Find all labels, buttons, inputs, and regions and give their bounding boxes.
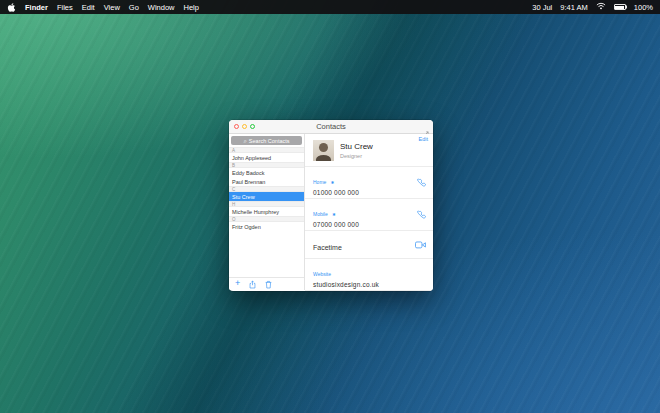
search-input[interactable]: ⌕ Search Contacts [231,136,302,145]
menu-date[interactable]: 30 Jul [532,3,552,12]
contacts-window: Contacts ⌕ Search Contacts A John Apples… [229,120,433,291]
contact-list: A John Appleseed B Eddy Badock Paul Bren… [229,147,304,277]
close-button[interactable] [234,124,239,129]
home-label: Home [313,179,326,185]
menu-item-go[interactable]: Go [129,3,139,12]
apple-menu-icon[interactable] [7,2,16,13]
field-row-facetime: Facetime [305,231,433,259]
contact-photo[interactable] [313,140,334,161]
video-camera-icon[interactable] [415,241,426,249]
traffic-lights [229,124,255,129]
list-item[interactable]: Fritz Ogden [229,222,304,231]
list-item[interactable]: Paul Brennan [229,177,304,186]
list-item[interactable]: John Appleseed [229,153,304,162]
search-icon: ⌕ [243,138,246,144]
share-icon[interactable] [249,275,256,291]
contact-header: Stu Crew Designer [305,134,433,166]
menu-bar: Finder Files Edit View Go Window Help 30… [0,0,660,14]
list-item[interactable]: Eddy Badock [229,168,304,177]
list-item[interactable]: Michelle Humphrey [229,207,304,216]
phone-icon[interactable] [417,210,426,219]
edit-button[interactable]: Edit [419,136,428,142]
menu-clock[interactable]: 9:41 AM [560,3,588,12]
phone-icon[interactable] [417,178,426,187]
battery-percent[interactable]: 100% [634,3,653,12]
sidebar-toolbar: + [229,277,304,290]
wifi-icon[interactable] [596,2,606,12]
window-title: Contacts [229,122,433,131]
home-phone-value: 01000 000 000 [313,189,425,196]
zoom-button[interactable] [250,124,255,129]
minimize-button[interactable] [242,124,247,129]
field-row-mobile: Mobile ✱ 07000 000 000 [305,199,433,231]
contact-detail-pane: Edit Stu Crew Designer Home ✱ 01000 000 … [305,134,433,290]
field-row-website: Website studiosixdesign.co.uk [305,259,433,291]
favorite-star-icon: ✱ [332,212,335,217]
contact-role: Designer [340,153,373,159]
trash-icon[interactable] [265,275,272,291]
menu-item-files[interactable]: Files [57,3,73,12]
mobile-phone-value: 07000 000 000 [313,221,425,228]
contact-name: Stu Crew [340,142,373,151]
website-label: Website [313,271,331,277]
mobile-label: Mobile [313,211,328,217]
menu-item-edit[interactable]: Edit [82,3,95,12]
website-value[interactable]: studiosixdesign.co.uk [313,281,425,288]
menu-item-window[interactable]: Window [148,3,175,12]
facetime-label: Facetime [313,244,342,251]
add-contact-button[interactable]: + [235,279,240,288]
favorite-star-icon: ✱ [331,180,334,185]
battery-icon[interactable] [614,4,626,10]
field-row-home: Home ✱ 01000 000 000 [305,167,433,199]
search-placeholder: Search Contacts [249,138,290,144]
window-titlebar[interactable]: Contacts [229,120,433,134]
menu-item-view[interactable]: View [104,3,120,12]
menu-item-finder[interactable]: Finder [25,3,48,12]
contacts-sidebar: ⌕ Search Contacts A John Appleseed B Edd… [229,134,305,290]
menu-item-help[interactable]: Help [184,3,199,12]
list-item-selected[interactable]: Stu Crew [229,192,304,201]
